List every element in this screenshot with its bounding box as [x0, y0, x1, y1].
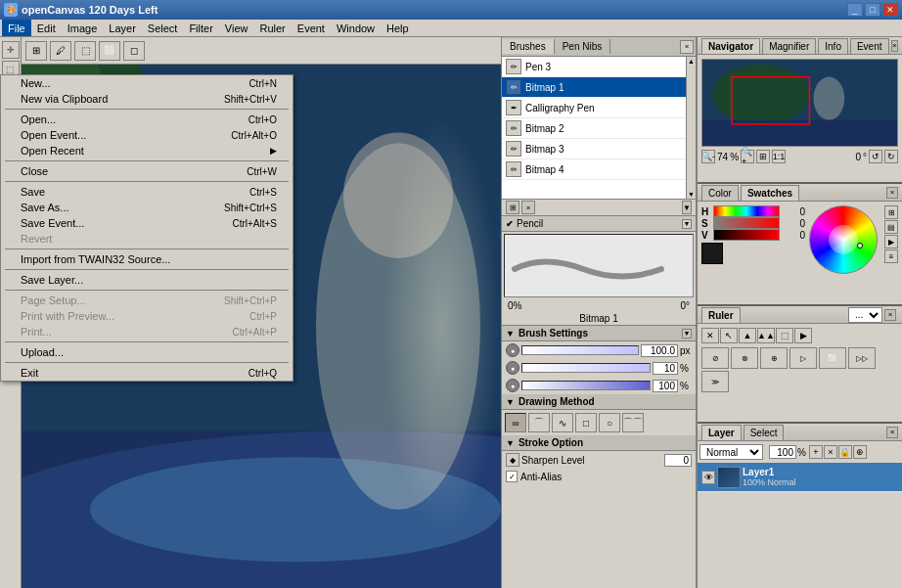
brush-delete-btn[interactable]: ×	[521, 201, 535, 214]
menu-open-event[interactable]: Open Event... Ctrl+Alt+O	[1, 127, 293, 143]
drawing-icon-circle[interactable]: ○	[599, 413, 620, 432]
current-color[interactable]	[701, 243, 723, 264]
tab-swatches[interactable]: Swatches	[741, 185, 799, 201]
grid-btn-6[interactable]: ▷▷	[848, 347, 876, 369]
brush-copy-btn[interactable]: ⊞	[506, 201, 519, 214]
brush-list[interactable]: ✏ Pen 3 ✏ Bitmap 1 ✒ Calligraphy Pen ✏ B…	[502, 57, 696, 199]
side-btn-4[interactable]: ≡	[884, 249, 898, 263]
settings-scroll[interactable]: ▼	[682, 329, 692, 339]
brush-panel-scroll[interactable]: ▼	[682, 201, 692, 214]
side-btn-3[interactable]: ▶	[884, 235, 898, 249]
hue-slider[interactable]	[713, 205, 780, 217]
scroll-down-arrow[interactable]: ▼	[687, 190, 696, 199]
anti-alias-checkbox[interactable]: ✓	[506, 471, 518, 482]
menu-import-twain[interactable]: Import from TWAIN32 Source...	[1, 251, 293, 267]
drawing-icon-arc[interactable]: ⌒	[528, 413, 550, 432]
tab-color[interactable]: Color	[701, 185, 739, 201]
navigator-close[interactable]: ×	[891, 40, 898, 52]
drawing-icon-free[interactable]: ∞	[505, 413, 526, 432]
ruler-btn-2[interactable]: ↖	[720, 328, 738, 343]
menu-upload[interactable]: Upload...	[1, 344, 293, 360]
brush-scrollbar[interactable]: ▲ ▼	[686, 57, 696, 199]
grid-btn-2[interactable]: ⊗	[731, 347, 758, 369]
tab-magnifier[interactable]: Magnifier	[762, 38, 816, 54]
side-btn-2[interactable]: ▤	[884, 220, 898, 234]
opacity-value[interactable]	[653, 380, 678, 392]
menu-image[interactable]: Image	[62, 20, 104, 36]
tab-ruler[interactable]: Ruler	[701, 307, 741, 323]
tab-pen-nibs[interactable]: Pen Nibs	[555, 39, 611, 54]
menu-file[interactable]: File	[2, 20, 31, 36]
menu-edit[interactable]: Edit	[31, 20, 62, 36]
zoom-out-btn[interactable]: 🔍-	[701, 150, 715, 163]
drawing-icon-wave[interactable]: ∿	[552, 413, 573, 432]
drawing-icon-rect[interactable]: □	[575, 413, 597, 432]
menu-window[interactable]: Window	[331, 20, 381, 36]
grid-btn-4[interactable]: ▷	[789, 347, 817, 369]
scroll-up-arrow[interactable]: ▲	[687, 57, 696, 66]
layer-merge-btn[interactable]: ⊕	[853, 445, 867, 459]
minimize-button[interactable]: _	[847, 3, 863, 17]
menu-save[interactable]: Save Ctrl+S	[1, 184, 293, 200]
tab-event[interactable]: Event	[850, 38, 889, 54]
min-size-slider[interactable]	[521, 363, 651, 373]
brush-item-pen3[interactable]: ✏ Pen 3	[502, 57, 696, 77]
menu-save-event[interactable]: Save Event... Ctrl+Alt+S	[1, 215, 293, 231]
canvas-btn-5[interactable]: ◻	[123, 41, 145, 61]
layer-visibility-1[interactable]: 👁	[701, 471, 715, 484]
brush-item-bitmap2[interactable]: ✏ Bitmap 2	[502, 118, 696, 139]
brush-size-value[interactable]	[641, 344, 678, 357]
stroke-option-header[interactable]: ▼ Stroke Option	[502, 435, 696, 451]
menu-new-via-clipboard[interactable]: New via Clipboard Shift+Ctrl+V	[1, 91, 293, 107]
close-button[interactable]: ✕	[882, 3, 898, 17]
layer-list[interactable]: 👁 Layer1 100% Normal	[698, 463, 902, 492]
side-btn-1[interactable]: ⊞	[884, 205, 898, 219]
drawing-icon-curves[interactable]: ⌒⌒	[622, 413, 644, 432]
grid-btn-3[interactable]: ⊕	[760, 347, 788, 369]
tab-brushes[interactable]: Brushes	[502, 39, 555, 54]
ruler-dropdown[interactable]: ...	[848, 307, 882, 323]
canvas-btn-1[interactable]: ⊞	[25, 41, 47, 61]
menu-view[interactable]: View	[219, 20, 254, 36]
brush-item-bitmap1[interactable]: ✏ Bitmap 1	[502, 77, 696, 98]
menu-close[interactable]: Close Ctrl+W	[1, 163, 293, 179]
tab-layer[interactable]: Layer	[701, 425, 742, 440]
brush-size-slider[interactable]	[521, 345, 639, 355]
canvas-btn-4[interactable]: ⬜	[99, 41, 120, 61]
blend-mode-select[interactable]: Normal	[699, 444, 763, 460]
zoom-in-btn[interactable]: 🔍+	[741, 150, 754, 163]
ruler-btn-4[interactable]: ▲▲	[757, 328, 775, 343]
sat-slider[interactable]	[713, 217, 780, 229]
tool-move[interactable]: ✛	[2, 41, 20, 59]
maximize-button[interactable]: □	[865, 3, 880, 17]
canvas-btn-3[interactable]: ⬚	[74, 41, 96, 61]
menu-ruler[interactable]: Ruler	[254, 20, 292, 36]
ruler-btn-1[interactable]: ✕	[701, 328, 719, 343]
menu-open-recent[interactable]: Open Recent ▶	[1, 143, 293, 158]
ruler-btn-5[interactable]: ⬚	[776, 328, 793, 343]
menu-filter[interactable]: Filter	[183, 20, 218, 36]
menu-event[interactable]: Event	[292, 20, 331, 36]
tab-navigator[interactable]: Navigator	[701, 38, 760, 54]
layer-delete-btn[interactable]: ×	[824, 445, 837, 459]
menu-help[interactable]: Help	[381, 20, 415, 36]
brush-item-bitmap4[interactable]: ✏ Bitmap 4	[502, 159, 696, 180]
menu-new[interactable]: New... Ctrl+N	[1, 75, 293, 91]
zoom-fit-btn[interactable]: ⊞	[756, 150, 770, 163]
brush-panel-close[interactable]: ×	[680, 40, 694, 54]
sharpen-value[interactable]	[664, 454, 692, 467]
canvas-btn-2[interactable]: 🖊	[50, 41, 71, 61]
min-size-value[interactable]	[653, 362, 678, 375]
rotate-left-btn[interactable]: ↺	[869, 150, 882, 163]
opacity-slider[interactable]	[521, 381, 651, 390]
layer-panel-close[interactable]: ×	[886, 427, 898, 438]
menu-open[interactable]: Open... Ctrl+O	[1, 112, 293, 127]
menu-save-as[interactable]: Save As... Shift+Ctrl+S	[1, 200, 293, 215]
layer-row-1[interactable]: 👁 Layer1 100% Normal	[698, 463, 902, 492]
zoom-actual-btn[interactable]: 1:1	[772, 150, 786, 163]
val-slider[interactable]	[713, 229, 780, 241]
grid-btn-5[interactable]: ⬜	[819, 347, 846, 369]
layer-opacity-input[interactable]	[769, 445, 796, 459]
tab-select[interactable]: Select	[744, 425, 785, 440]
color-wheel[interactable]	[809, 205, 882, 279]
